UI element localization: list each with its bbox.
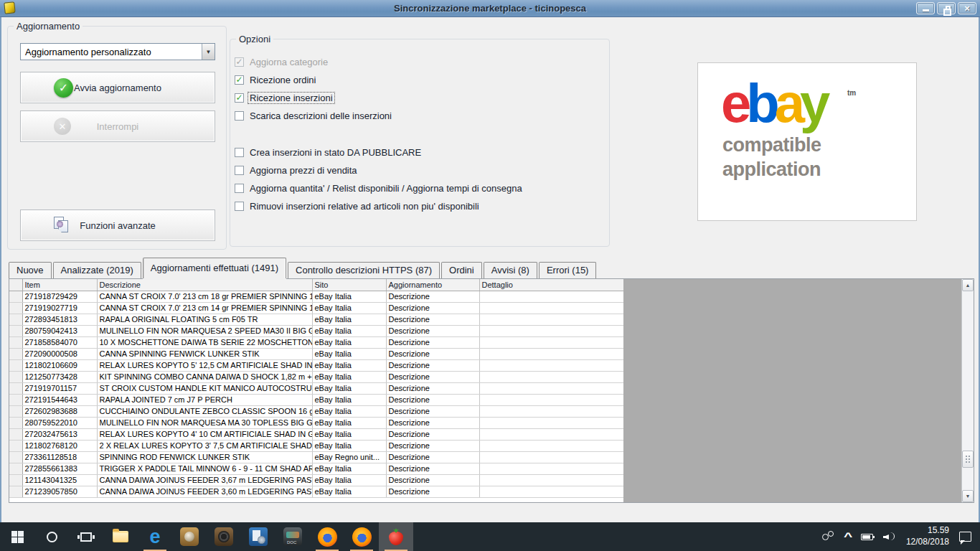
table-row[interactable]: 272855661383TRIGGER X PADDLE TAIL MINNOW… [9, 463, 623, 474]
tab-errori[interactable]: Errori (15) [539, 262, 597, 278]
row-selector[interactable] [9, 336, 22, 348]
taskbar-marketplace-app[interactable] [379, 522, 413, 551]
tab-nuove[interactable]: Nuove [9, 262, 52, 278]
taskbar-firefox-1[interactable] [310, 522, 344, 551]
table-cell: ST CROIX CUSTOM HANDLE KIT MANICO AUTOCO… [97, 382, 312, 394]
row-selector[interactable] [9, 394, 22, 405]
taskbar-edge[interactable]: e [138, 522, 172, 551]
tab-ordini[interactable]: Ordini [441, 262, 482, 278]
table-row[interactable]: 271918729429CANNA ST CROIX 7.0' 213 cm 1… [9, 291, 623, 302]
row-selector[interactable] [9, 440, 22, 451]
tab-aggiornamenti-effettuati[interactable]: Aggiornamenti effettuati (1491) [143, 258, 286, 278]
row-selector[interactable] [9, 302, 22, 314]
row-selector[interactable] [9, 371, 22, 382]
table-row[interactable]: 1218027681202 X RELAX LURES KOPYTO 3' 7,… [9, 440, 623, 451]
taskbar-firefox-2[interactable] [344, 522, 379, 551]
close-button[interactable]: × [958, 2, 976, 14]
table-row[interactable]: 121802106609RELAX LURES KOPYTO 5' 12,5 C… [9, 359, 623, 371]
lens-icon [180, 527, 199, 546]
table-cell [479, 302, 623, 314]
edge-icon: e [149, 527, 160, 547]
scroll-up-button[interactable]: ▲ [962, 279, 974, 291]
table-row[interactable]: 272032475613RELAX LURES KOPYTO 4' 10 CM … [9, 428, 623, 440]
row-selector[interactable] [9, 291, 22, 302]
checkbox-ricezione-ordini[interactable]: ✓Ricezione ordini [235, 73, 605, 86]
funzioni-avanzate-button[interactable]: Funzioni avanzate [20, 209, 215, 241]
row-selector[interactable] [9, 382, 22, 394]
ebay-letter: y [800, 72, 825, 133]
row-selector[interactable] [9, 428, 22, 440]
checkbox-aggiorna-quantita[interactable]: Aggiorna quantita' / Relist disponibili … [235, 182, 605, 194]
row-selector[interactable] [9, 325, 22, 336]
table-row[interactable]: 280759042413MULINELLO FIN NOR MARQUESA 2… [9, 325, 623, 336]
tray-expand-icon[interactable]: ^ [844, 532, 852, 542]
minimize-button[interactable] [916, 2, 935, 14]
avvia-aggiornamento-label: Avvia aggiornamento [74, 83, 161, 93]
interrompi-button: ✕ Interrompi [20, 110, 215, 142]
column-header-descrizione[interactable]: Descrizione [97, 279, 312, 291]
taskbar-photo-app[interactable] [172, 522, 207, 551]
taskbar-media-app[interactable] [275, 522, 310, 551]
row-selector[interactable] [9, 314, 22, 325]
table-row[interactable]: 271919027719CANNA ST CROIX 7.0' 213 cm 1… [9, 302, 623, 314]
row-selector[interactable] [9, 405, 22, 417]
update-mode-dropdown[interactable]: Aggiornamento personalizzato ▼ [20, 43, 215, 60]
taskbar-doc-app[interactable] [241, 522, 275, 551]
checkbox-aggiorna-prezzi[interactable]: Aggiorna prezzi di vendita [235, 164, 605, 176]
restore-button[interactable] [937, 2, 956, 14]
table-row[interactable]: 272090000508CANNA SPINNING FENWICK LUNKE… [9, 348, 623, 359]
action-center-icon[interactable] [959, 532, 971, 542]
table-row[interactable]: 121250773428KIT SPINNING COMBO CANNA DAI… [9, 371, 623, 382]
taskbar-audio-app[interactable] [207, 522, 241, 551]
tab-controllo-descrizioni-https[interactable]: Controllo descrizioni HTTPS (87) [288, 262, 440, 278]
column-header-item[interactable]: Item [22, 279, 97, 291]
tab-analizzate[interactable]: Analizzate (2019) [53, 262, 141, 278]
column-header-sito[interactable]: Sito [312, 279, 386, 291]
checkbox-box-icon [235, 148, 244, 157]
taskbar-start[interactable] [0, 522, 34, 551]
table-row[interactable]: 280759522010MULINELLO FIN NOR MARQUESA M… [9, 417, 623, 428]
table-cell: 280759522010 [22, 417, 97, 428]
row-selector[interactable] [9, 417, 22, 428]
table-row[interactable]: 272893451813RAPALA ORIGINAL FLOATING 5 c… [9, 314, 623, 325]
tab-avvisi[interactable]: Avvisi (8) [484, 262, 537, 278]
row-selector[interactable] [9, 486, 22, 497]
column-header-aggiornamento[interactable]: Aggiornamento [386, 279, 479, 291]
taskbar-file-explorer[interactable] [103, 522, 138, 551]
table-row[interactable]: 273361128518SPINNING ROD FENWICK LUNKER … [9, 451, 623, 463]
column-header-dettaglio[interactable]: Dettaglio [479, 279, 623, 291]
table-cell: 121250773428 [22, 371, 97, 382]
checkbox-rimuovi-inserzioni[interactable]: Rimuovi inserzioni relative ad articoli … [235, 199, 605, 212]
ebay-letter: a [775, 72, 800, 133]
table-cell: CANNA SPINNING FENWICK LUNKER STIK [97, 348, 312, 359]
dropdown-button[interactable]: ▼ [202, 44, 215, 60]
battery-icon[interactable] [861, 534, 873, 540]
row-selector[interactable] [9, 474, 22, 486]
avvia-aggiornamento-button[interactable]: ✓ Avvia aggiornamento [20, 72, 215, 103]
checkbox-ricezione-inserzioni[interactable]: ✓Ricezione inserzioni [235, 91, 605, 104]
scroll-down-button[interactable]: ▼ [962, 490, 974, 502]
row-selector[interactable] [9, 359, 22, 371]
taskbar-task-view[interactable] [69, 522, 103, 551]
table-cell [479, 336, 623, 348]
table-row[interactable]: 271919701157ST CROIX CUSTOM HANDLE KIT M… [9, 382, 623, 394]
volume-icon[interactable] [883, 532, 896, 542]
scrollbar-thumb[interactable] [962, 451, 974, 468]
row-selector[interactable] [9, 348, 22, 359]
table-row[interactable]: 272602983688CUCCHIAINO ONDULANTE ZEBCO C… [9, 405, 623, 417]
results-table: ItemDescrizioneSitoAggiornamentoDettagli… [9, 279, 623, 498]
checkbox-crea-inserzioni[interactable]: Crea inserzioni in stato DA PUBBLICARE [235, 146, 605, 159]
people-icon[interactable] [821, 531, 835, 542]
taskbar-cortana[interactable] [34, 522, 69, 551]
table-cell [479, 394, 623, 405]
table-row[interactable]: 27185858407010 X MOSCHETTONE DAIWA TB SE… [9, 336, 623, 348]
table-row[interactable]: 272191544643RAPALA JOINTED 7 cm J7 P PER… [9, 394, 623, 405]
vertical-scrollbar[interactable]: ▲ ▼ [961, 279, 974, 502]
row-selector[interactable] [9, 451, 22, 463]
table-cell: RELAX LURES KOPYTO 5' 12,5 CM ARTIFICIAL… [97, 359, 312, 371]
table-row[interactable]: 121143041325CANNA DAIWA JOINUS FEEDER 3,… [9, 474, 623, 486]
clock[interactable]: 15.59 12/08/2018 [906, 525, 949, 547]
table-row[interactable]: 271239057850CANNA DAIWA JOINUS FEEDER 3,… [9, 486, 623, 497]
checkbox-scarica-descrizioni[interactable]: Scarica descrizioni delle inserzioni [235, 109, 605, 122]
row-selector[interactable] [9, 463, 22, 474]
